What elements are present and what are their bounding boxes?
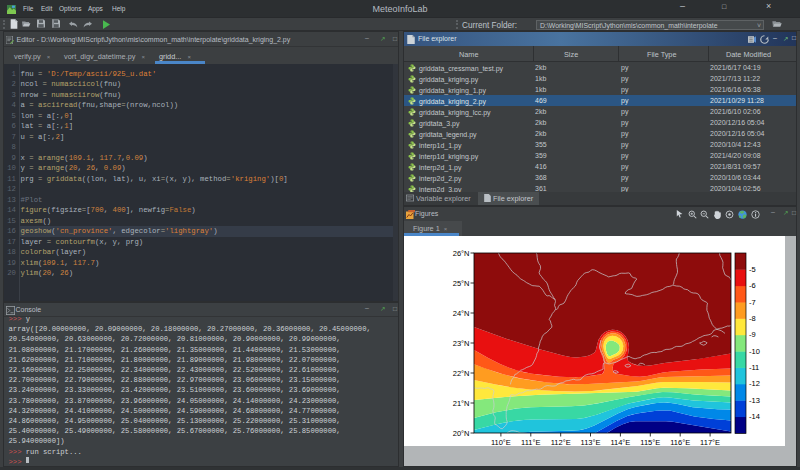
svg-text:-12: -12 (749, 379, 760, 388)
svg-text:-7: -7 (749, 298, 756, 307)
svg-text:-14: -14 (749, 412, 760, 421)
svg-text:-11: -11 (749, 363, 759, 372)
svg-text:112°E: 112°E (551, 438, 571, 447)
svg-text:114°E: 114°E (610, 438, 630, 447)
svg-text:-5: -5 (749, 265, 756, 274)
svg-text:25°N: 25°N (453, 279, 470, 288)
svg-text:26°N: 26°N (453, 249, 470, 258)
svg-text:-10: -10 (749, 347, 760, 356)
svg-text:21°N: 21°N (453, 399, 470, 408)
svg-text:110°E: 110°E (491, 438, 511, 447)
svg-text:-6: -6 (749, 281, 756, 290)
svg-text:111°E: 111°E (521, 438, 540, 447)
svg-text:116°E: 116°E (670, 438, 690, 447)
svg-text:-13: -13 (749, 396, 760, 405)
svg-text:113°E: 113°E (581, 438, 601, 447)
svg-text:117°E: 117°E (700, 438, 720, 447)
svg-text:24°N: 24°N (453, 309, 470, 318)
svg-text:22°N: 22°N (453, 369, 470, 378)
svg-text:23°N: 23°N (453, 339, 470, 348)
svg-text:20°N: 20°N (453, 429, 470, 438)
svg-text:115°E: 115°E (640, 438, 660, 447)
svg-text:-9: -9 (749, 330, 756, 339)
svg-text:-8: -8 (749, 314, 756, 323)
